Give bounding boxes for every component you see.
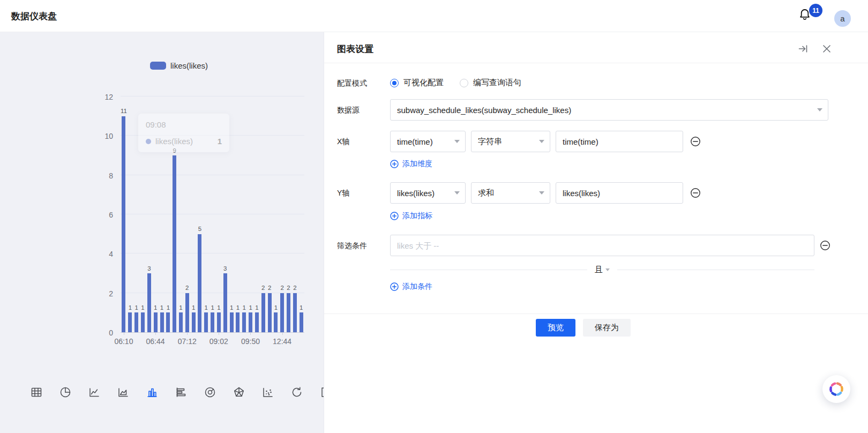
remove-x-dimension-icon[interactable] — [690, 136, 701, 147]
add-dimension-link[interactable]: 添加维度 — [390, 159, 432, 169]
bar-value-label: 1 — [205, 305, 208, 311]
radio-visual-config[interactable]: 可视化配置 — [390, 78, 444, 88]
save-as-button[interactable]: 保存为 — [583, 319, 631, 337]
bar-value-label: 1 — [243, 305, 246, 311]
y-axis-tick-label: 0 — [109, 329, 113, 337]
chevron-down-icon — [454, 140, 460, 143]
y-axis-alias-input[interactable] — [556, 182, 683, 204]
bar-rect — [223, 273, 227, 332]
bar[interactable]: 11 — [121, 97, 127, 332]
notification-badge: 11 — [809, 4, 822, 17]
x-axis-field-select[interactable]: time(time) — [390, 131, 466, 152]
chevron-down-icon — [539, 140, 544, 143]
brand-fab-button[interactable] — [822, 375, 850, 403]
chevron-down-icon — [817, 108, 822, 111]
preview-button[interactable]: 预览 — [536, 319, 575, 337]
bar-rect — [134, 312, 138, 332]
scatter-chart-icon[interactable] — [261, 386, 274, 399]
remove-y-metric-icon[interactable] — [690, 188, 701, 198]
bar[interactable]: 1 — [254, 97, 260, 332]
radio-circle-icon — [390, 79, 399, 87]
actions-divider — [324, 313, 868, 314]
plus-circle-icon — [390, 160, 399, 168]
chart-tooltip: 09:08 likes(likes) 1 — [138, 114, 229, 152]
data-source-select[interactable]: subway_schedule_likes(subway_schedule_li… — [390, 99, 828, 121]
notifications-button[interactable]: 11 — [798, 6, 822, 27]
join-operator-select[interactable]: 且 — [587, 265, 617, 275]
bar-rect — [141, 312, 145, 332]
add-dimension-text: 添加维度 — [402, 159, 432, 169]
bar-value-label: 2 — [261, 285, 265, 292]
legend-label: likes(likes) — [170, 61, 208, 70]
tooltip-series-dot — [146, 139, 151, 144]
radio-label: 可视化配置 — [403, 78, 444, 88]
bar-rect — [249, 312, 252, 332]
bar[interactable]: 2 — [279, 97, 286, 332]
filter-label: 筛选条件 — [337, 240, 367, 251]
x-axis-tick — [155, 332, 156, 335]
y-axis-aggregation-select[interactable]: 求和 — [471, 182, 550, 204]
x-axis-type-value: 字符串 — [478, 137, 502, 147]
y-axis-tick-label: 6 — [109, 211, 113, 219]
tooltip-value: 1 — [218, 137, 222, 146]
bar[interactable]: 2 — [286, 97, 292, 332]
bar-rect — [154, 312, 158, 332]
bar[interactable]: 1 — [298, 97, 304, 332]
bar-rect — [280, 293, 284, 332]
chart-settings-panel: 图表设置 配置模式 可视化配置 编写查询语句 数据源 subway_schedu… — [324, 32, 868, 433]
x-axis-alias-input[interactable] — [556, 131, 683, 152]
bar[interactable]: 1 — [127, 97, 133, 332]
plus-circle-icon — [390, 212, 399, 220]
panel-header-divider — [324, 63, 868, 63]
avatar[interactable]: a — [834, 10, 851, 27]
bar-value-label: 1 — [274, 305, 278, 311]
x-axis-tick — [124, 332, 124, 335]
bar-rect — [198, 234, 201, 332]
bar[interactable]: 1 — [241, 97, 248, 332]
line-chart-icon[interactable] — [88, 386, 101, 399]
page-title: 数据仪表盘 — [11, 10, 57, 23]
collapse-panel-button[interactable] — [798, 43, 809, 54]
legend-swatch — [150, 62, 166, 70]
bar[interactable]: 1 — [248, 97, 254, 332]
divider — [390, 270, 587, 270]
bar-value-label: 1 — [167, 305, 170, 311]
pie-chart-icon[interactable] — [59, 386, 72, 399]
chevron-down-icon — [539, 191, 544, 195]
add-metric-link[interactable]: 添加指标 — [390, 211, 432, 221]
bar-value-label: 1 — [160, 305, 163, 311]
radio-write-query[interactable]: 编写查询语句 — [460, 78, 521, 88]
radio-circle-icon — [460, 79, 468, 87]
filter-condition-input[interactable] — [390, 235, 814, 256]
radar-chart-icon[interactable] — [233, 386, 245, 399]
horizontal-bar-chart-icon[interactable] — [175, 386, 188, 399]
bar-rect — [287, 293, 290, 332]
area-chart-icon[interactable] — [117, 386, 130, 399]
y-axis-label: Y轴 — [337, 188, 349, 198]
bar[interactable]: 1 — [273, 97, 279, 332]
bar-rect — [300, 312, 303, 332]
y-axis-field-select[interactable]: likes(likes) — [390, 182, 466, 204]
bar-chart-icon[interactable] — [146, 386, 159, 399]
donut-chart-icon[interactable] — [204, 386, 216, 399]
add-condition-text: 添加条件 — [402, 282, 432, 292]
add-condition-link[interactable]: 添加条件 — [390, 282, 432, 292]
bar[interactable]: 1 — [235, 97, 241, 332]
x-axis-tick — [250, 332, 251, 335]
document-icon[interactable] — [319, 386, 324, 399]
bar[interactable]: 2 — [260, 97, 266, 332]
remove-filter-icon[interactable] — [820, 240, 830, 251]
bar-value-label: 2 — [281, 285, 284, 292]
config-mode-radio-group: 可视化配置 编写查询语句 — [390, 78, 521, 88]
data-source-label: 数据源 — [337, 104, 360, 115]
bar-rect — [293, 293, 297, 332]
refresh-icon[interactable] — [290, 386, 303, 399]
bar-rect — [268, 293, 272, 332]
bar[interactable]: 2 — [266, 97, 273, 332]
plus-circle-icon — [390, 282, 399, 291]
chart-legend[interactable]: likes(likes) — [150, 61, 208, 70]
close-icon[interactable] — [821, 43, 832, 54]
table-chart-icon[interactable] — [30, 386, 43, 399]
bar[interactable]: 2 — [291, 97, 298, 332]
x-axis-type-select[interactable]: 字符串 — [471, 131, 550, 152]
